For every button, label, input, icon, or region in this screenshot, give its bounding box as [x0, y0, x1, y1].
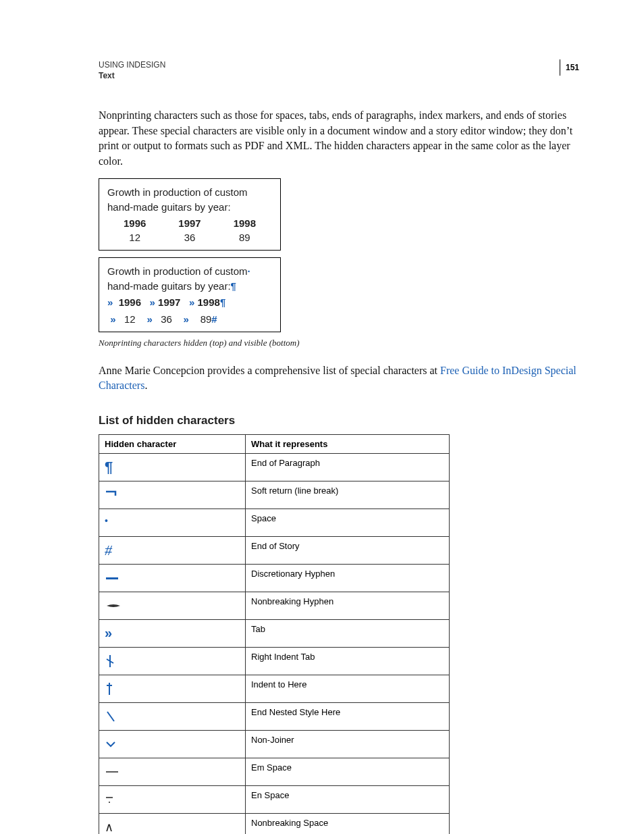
figure-title-1b: hand-made guitars by year:	[107, 201, 272, 214]
hidden-characters-table: Hidden character What it represents ¶End…	[99, 434, 450, 834]
table-row: Nonbreaking Hyphen	[99, 592, 450, 619]
hidden-char-meaning: Tab	[246, 619, 450, 647]
hidden-char-meaning: End Nested Style Here	[246, 702, 450, 730]
disc-hyphen-icon	[99, 564, 246, 592]
figure-caption: Nonprinting characters hidden (top) and …	[99, 338, 579, 348]
end-of-story-icon: #	[211, 313, 217, 325]
hidden-char-meaning: En Space	[246, 785, 450, 813]
svg-line-5	[107, 712, 114, 721]
figure-title-2b: hand-made guitars by year:¶	[107, 280, 272, 293]
page-header: USING INDESIGN Text 151	[99, 59, 579, 81]
link-paragraph: Anne Marie Concepcion provides a compreh…	[99, 363, 579, 394]
hidden-char-meaning: Discretionary Hyphen	[246, 564, 450, 592]
tab-mark-icon: »	[107, 296, 113, 308]
table-row: ¶End of Paragraph	[99, 453, 450, 481]
hidden-char-meaning: End of Paragraph	[246, 453, 450, 481]
col-what-it-represents: What it represents	[246, 434, 450, 453]
end-of-story-icon: #	[99, 536, 246, 564]
hidden-char-meaning: Non-Joiner	[246, 730, 450, 758]
table-row: End Nested Style Here	[99, 702, 450, 730]
figure-title-2a: Growth in production of custom·	[107, 265, 272, 278]
tab-mark-icon: »	[189, 296, 194, 308]
hidden-char-meaning: Right Indent Tab	[246, 647, 450, 675]
hidden-char-meaning: Nonbreaking Space	[246, 813, 450, 834]
tab-mark-icon: »	[146, 313, 152, 325]
val-0: 12	[129, 231, 140, 244]
hidden-char-meaning: Nonbreaking Hyphen	[246, 592, 450, 619]
en-space-icon	[99, 785, 246, 813]
table-row: Em Space	[99, 758, 450, 785]
figure-years-visible: » 1996 » 1997 » 1998¶	[107, 296, 272, 309]
intro-paragraph: Nonprinting characters such as those for…	[99, 108, 579, 169]
svg-point-8	[109, 802, 110, 803]
indent-to-here-icon	[99, 675, 246, 702]
tab-mark-icon: »	[150, 296, 155, 308]
table-row: »Tab	[99, 619, 450, 647]
table-row: Indent to Here	[99, 675, 450, 702]
figure-frame-visible: Growth in production of custom· hand-mad…	[99, 257, 281, 332]
non-joiner-icon	[99, 730, 246, 758]
year-2: 1998	[234, 217, 256, 230]
figure-title-1a: Growth in production of custom	[107, 186, 272, 199]
right-indent-tab-icon	[99, 647, 246, 675]
pilcrow-icon: ¶	[99, 453, 246, 481]
table-row: Soft return (line break)	[99, 481, 450, 509]
svg-rect-0	[106, 577, 118, 579]
pilcrow-icon: ¶	[231, 280, 236, 292]
val-1: 36	[184, 231, 196, 244]
figure-nonprinting-chars: Growth in production of custom hand-made…	[99, 178, 579, 332]
nb-space-icon: ∧	[99, 813, 246, 834]
table-row: ∧Nonbreaking Space	[99, 813, 450, 834]
table-row: En Space	[99, 785, 450, 813]
table-row: Right Indent Tab	[99, 647, 450, 675]
space-dot-icon: ·	[248, 265, 250, 277]
figure-frame-hidden: Growth in production of custom hand-made…	[99, 178, 281, 251]
val-2: 89	[239, 231, 250, 244]
hidden-char-meaning: Em Space	[246, 758, 450, 785]
running-head-line2: Text	[99, 70, 165, 81]
year-1: 1997	[178, 217, 200, 230]
end-nested-icon	[99, 702, 246, 730]
nb-hyphen-icon	[99, 592, 246, 619]
link-lead: Anne Marie Concepcion provides a compreh…	[99, 365, 440, 376]
table-row: Discretionary Hyphen	[99, 564, 450, 592]
figure-vals-visible: » 12 » 36 » 89#	[107, 313, 272, 326]
tab-mark-icon: »	[110, 313, 115, 325]
running-head: USING INDESIGN Text	[99, 59, 165, 81]
section-heading: List of hidden characters	[99, 414, 579, 427]
pilcrow-icon: ¶	[220, 296, 225, 308]
space-dot-icon: •	[99, 509, 246, 536]
year-0: 1996	[124, 217, 146, 230]
em-space-icon	[99, 758, 246, 785]
hidden-char-meaning: End of Story	[246, 536, 450, 564]
running-head-line1: USING INDESIGN	[99, 59, 165, 70]
tab-icon: »	[99, 619, 246, 647]
softreturn-icon	[99, 481, 246, 509]
table-row: #End of Story	[99, 536, 450, 564]
table-row: Non-Joiner	[99, 730, 450, 758]
link-trail: .	[144, 380, 147, 391]
hidden-char-meaning: Indent to Here	[246, 675, 450, 702]
tab-mark-icon: »	[184, 313, 189, 325]
page-number: 151	[560, 59, 579, 76]
hidden-char-meaning: Soft return (line break)	[246, 481, 450, 509]
table-row: •Space	[99, 509, 450, 536]
col-hidden-character: Hidden character	[99, 434, 246, 453]
hidden-char-meaning: Space	[246, 509, 450, 536]
